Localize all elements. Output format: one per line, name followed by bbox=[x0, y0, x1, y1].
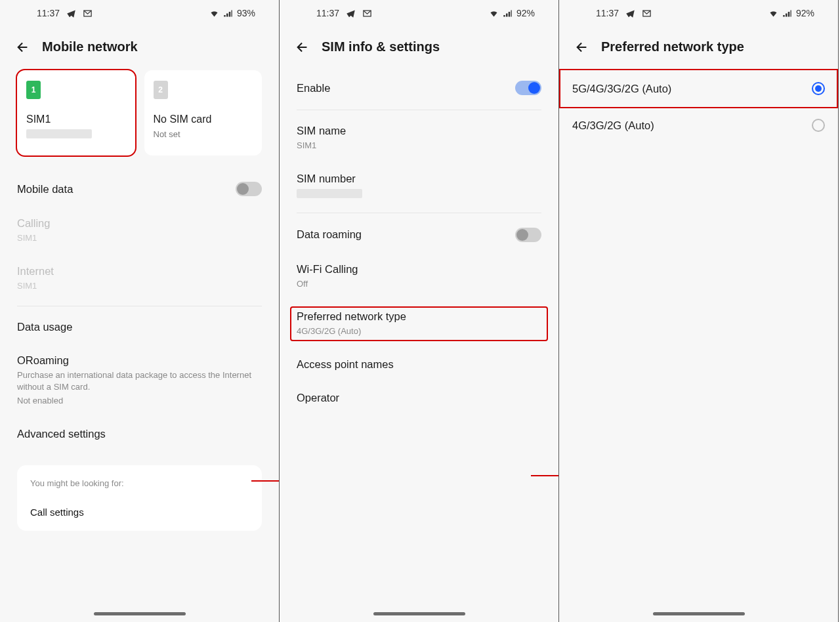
pnt-label: Preferred network type bbox=[297, 310, 541, 323]
option-label: 5G/4G/3G/2G (Auto) bbox=[572, 83, 671, 95]
status-battery: 92% bbox=[516, 8, 535, 18]
status-battery: 93% bbox=[237, 8, 255, 18]
divider bbox=[17, 306, 262, 306]
enable-toggle[interactable] bbox=[515, 81, 541, 95]
divider bbox=[297, 213, 541, 213]
sim-number-label: SIM number bbox=[297, 173, 541, 185]
sim-name-label: SIM name bbox=[297, 125, 541, 137]
calling-label: Calling bbox=[17, 217, 262, 230]
signal-icon bbox=[503, 9, 513, 18]
wifi-calling-value: Off bbox=[297, 278, 541, 290]
enable-label: Enable bbox=[297, 82, 330, 94]
back-icon[interactable] bbox=[575, 40, 589, 54]
oroaming-desc: Purchase an international data package t… bbox=[17, 369, 262, 392]
internet-label: Internet bbox=[17, 265, 262, 278]
sim-number-redacted bbox=[297, 189, 362, 198]
sim1-name: SIM1 bbox=[26, 114, 126, 125]
telegram-icon bbox=[66, 9, 76, 18]
preferred-network-type-row[interactable]: Preferred network type 4G/3G/2G (Auto) bbox=[297, 300, 541, 348]
signal-icon bbox=[223, 9, 233, 18]
mobile-data-toggle[interactable] bbox=[236, 182, 262, 196]
sim1-chip-icon: 1 bbox=[26, 81, 41, 99]
home-indicator[interactable] bbox=[373, 612, 465, 615]
screen-preferred-network-type: 11:37 92% Preferred network type 5G/4G/3… bbox=[559, 0, 839, 622]
sim1-redacted bbox=[26, 129, 92, 138]
apn-row[interactable]: Access point names bbox=[297, 348, 541, 381]
data-roaming-toggle[interactable] bbox=[515, 228, 541, 242]
status-battery: 92% bbox=[796, 8, 814, 18]
home-indicator[interactable] bbox=[653, 612, 745, 615]
status-bar: 11:37 93% bbox=[0, 0, 279, 26]
advanced-settings-label: Advanced settings bbox=[17, 428, 262, 440]
operator-row[interactable]: Operator bbox=[297, 381, 541, 415]
calling-row: Calling SIM1 bbox=[17, 207, 262, 255]
oroaming-row[interactable]: ORoaming Purchase an international data … bbox=[17, 344, 262, 417]
data-roaming-label: Data roaming bbox=[297, 228, 362, 241]
screen-mobile-network: 11:37 93% Mobile network 1 SIM1 2 No SIM… bbox=[0, 0, 280, 622]
gmail-icon bbox=[642, 9, 652, 18]
sim2-sub: Not set bbox=[154, 129, 253, 139]
option-label: 4G/3G/2G (Auto) bbox=[572, 119, 654, 132]
divider bbox=[297, 110, 541, 110]
wifi-icon bbox=[489, 9, 499, 18]
data-roaming-row[interactable]: Data roaming bbox=[297, 217, 541, 253]
sim1-card[interactable]: 1 SIM1 bbox=[17, 70, 135, 156]
gmail-icon bbox=[83, 9, 93, 18]
calling-sub: SIM1 bbox=[17, 232, 262, 244]
hint-label: You might be looking for: bbox=[30, 478, 249, 488]
back-icon[interactable] bbox=[16, 40, 30, 54]
sim-name-value: SIM1 bbox=[297, 140, 541, 152]
hint-card: You might be looking for: Call settings bbox=[17, 465, 262, 531]
wifi-calling-row[interactable]: Wi-Fi Calling Off bbox=[297, 253, 541, 301]
sim2-card[interactable]: 2 No SIM card Not set bbox=[144, 70, 262, 156]
option-5g-auto[interactable]: 5G/4G/3G/2G (Auto) bbox=[560, 70, 837, 107]
wifi-icon bbox=[209, 9, 219, 18]
wifi-icon bbox=[768, 9, 778, 18]
home-indicator[interactable] bbox=[94, 612, 186, 615]
page-title: SIM info & settings bbox=[322, 39, 440, 54]
wifi-calling-label: Wi-Fi Calling bbox=[297, 263, 541, 276]
radio-selected-icon[interactable] bbox=[812, 82, 825, 95]
data-usage-label: Data usage bbox=[17, 321, 262, 333]
operator-label: Operator bbox=[297, 392, 541, 404]
status-time: 11:37 bbox=[316, 8, 339, 18]
status-time: 11:37 bbox=[596, 8, 619, 18]
option-4g-auto[interactable]: 4G/3G/2G (Auto) bbox=[560, 107, 837, 144]
back-icon[interactable] bbox=[295, 40, 310, 54]
sim-name-row[interactable]: SIM name SIM1 bbox=[297, 114, 541, 162]
data-usage-row[interactable]: Data usage bbox=[17, 310, 262, 344]
gmail-icon bbox=[362, 9, 372, 18]
sim2-chip-icon: 2 bbox=[154, 81, 168, 99]
mobile-data-row[interactable]: Mobile data bbox=[17, 171, 262, 207]
telegram-icon bbox=[625, 9, 635, 18]
status-bar: 11:37 92% bbox=[280, 0, 558, 26]
page-title: Mobile network bbox=[42, 39, 138, 54]
oroaming-status: Not enabled bbox=[17, 395, 262, 407]
screen-sim-info: 11:37 92% SIM info & settings Enable SIM… bbox=[280, 0, 559, 622]
radio-unselected-icon[interactable] bbox=[812, 119, 825, 132]
arrow-annotation bbox=[531, 475, 559, 476]
telegram-icon bbox=[346, 9, 356, 18]
enable-row[interactable]: Enable bbox=[297, 70, 541, 106]
oroaming-label: ORoaming bbox=[17, 354, 262, 367]
apn-label: Access point names bbox=[297, 358, 541, 371]
arrow-annotation bbox=[251, 480, 280, 482]
sim-number-row[interactable]: SIM number bbox=[297, 162, 541, 209]
page-title: Preferred network type bbox=[601, 39, 744, 54]
hint-item-call-settings[interactable]: Call settings bbox=[30, 507, 249, 518]
mobile-data-label: Mobile data bbox=[17, 183, 73, 196]
pnt-value: 4G/3G/2G (Auto) bbox=[297, 325, 541, 337]
status-bar: 11:37 92% bbox=[559, 0, 838, 26]
internet-sub: SIM1 bbox=[17, 280, 262, 292]
internet-row: Internet SIM1 bbox=[17, 255, 262, 302]
advanced-settings-row[interactable]: Advanced settings bbox=[17, 417, 262, 451]
signal-icon bbox=[782, 9, 792, 18]
sim2-name: No SIM card bbox=[154, 114, 253, 125]
status-time: 11:37 bbox=[37, 8, 60, 18]
